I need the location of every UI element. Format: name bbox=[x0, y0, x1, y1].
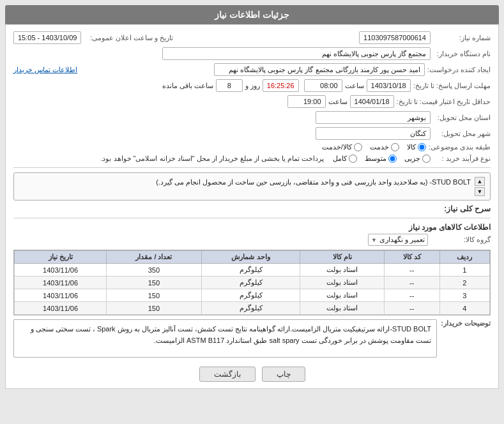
table-row: 1 -- استاد بولت کیلوگرم 350 1403/11/06 bbox=[15, 264, 490, 276]
saat-label: ساعت bbox=[345, 82, 364, 90]
cell-tarikh: 1403/11/06 bbox=[15, 264, 107, 276]
cell-vahed: کیلوگرم bbox=[201, 302, 300, 315]
table-row: 4 -- استاد بولت کیلوگرم 150 1403/11/06 bbox=[15, 302, 490, 315]
ostan-value: بوشهر bbox=[316, 111, 431, 124]
ostan-label: استان محل تحویل: bbox=[433, 114, 491, 122]
shahr-label: شهر محل تحویل: bbox=[433, 130, 491, 138]
kala-table-wrapper: ردیف کد کالا نام کالا واحد شمارش تعداد /… bbox=[13, 250, 491, 315]
cell-tedad: 150 bbox=[107, 289, 202, 302]
cell-tarikh: 1403/11/06 bbox=[15, 289, 107, 302]
kalaInfo-title: اطلاعات کالاهای مورد نیاز bbox=[13, 223, 491, 232]
button-row: چاپ بازگشت bbox=[13, 367, 491, 382]
cell-nam: استاد بولت bbox=[300, 264, 384, 276]
groupKala-row: گروه کالا: تعمیر و نگهداری ▼ bbox=[13, 234, 491, 246]
col-kod: کد کالا bbox=[384, 251, 439, 264]
description-text: STUD BOLT-ارائه سرتیفیکیت متریال الزامیس… bbox=[13, 319, 437, 358]
description-row: توضیحات خریدار: STUD BOLT-ارائه سرتیفیکی… bbox=[13, 319, 491, 361]
noeFarayand-motavaset[interactable]: متوسط bbox=[365, 155, 397, 163]
col-tedad: تعداد / مقدار bbox=[107, 251, 202, 264]
col-tarikh: تاریخ نیاز bbox=[15, 251, 107, 264]
col-radif: ردیف bbox=[439, 251, 489, 264]
cell-radif: 4 bbox=[439, 302, 489, 315]
roz-label: روز و bbox=[245, 82, 260, 90]
namDastgah-value: مجتمع گاز پارس جنوبی پالایشگاه نهم bbox=[162, 47, 431, 60]
hadaqalTarikh-time: 19:00 bbox=[287, 95, 326, 108]
hadaqalTarikh-label: حداقل تاریخ اعتبار قیمت: تا تاریخ: bbox=[397, 98, 491, 106]
mohlatIrsal-roz: 8 bbox=[216, 79, 243, 92]
tabaqehBandi-khedmat[interactable]: خدمت bbox=[370, 143, 399, 151]
mohlatIrsal-date: 1403/10/18 bbox=[367, 79, 411, 92]
cell-nam: استاد بولت bbox=[300, 302, 384, 315]
namDastgah-label: نام دستگاه خریدار: bbox=[433, 50, 491, 58]
noeFarayand-label: نوع فرآیند خرید : bbox=[433, 155, 491, 163]
cell-tedad: 350 bbox=[107, 264, 202, 276]
page-header: جزئیات اطلاعات نیاز bbox=[5, 5, 499, 24]
shahr-value: کنگان bbox=[316, 127, 431, 140]
cell-tarikh: 1403/11/06 bbox=[15, 276, 107, 289]
cell-radif: 1 bbox=[439, 264, 489, 276]
cell-nam: استاد بولت bbox=[300, 289, 384, 302]
tabaqehBandi-kala-khedmat[interactable]: کالا/خدمت bbox=[322, 143, 362, 151]
groupKala-label: گروه کالا: bbox=[433, 236, 491, 244]
table-row: 2 -- استاد بولت کیلوگرم 150 1403/11/06 bbox=[15, 276, 490, 289]
scroll-down-btn[interactable]: ▼ bbox=[475, 187, 485, 196]
groupKala-value: تعمیر و نگهداری bbox=[379, 236, 425, 244]
col-vahed: واحد شمارش bbox=[201, 251, 300, 264]
cell-tedad: 150 bbox=[107, 276, 202, 289]
cell-tedad: 150 bbox=[107, 302, 202, 315]
cell-kod: -- bbox=[384, 264, 439, 276]
cell-vahed: کیلوگرم bbox=[201, 276, 300, 289]
page-title: جزئیات اطلاعات نیاز bbox=[215, 10, 289, 20]
noeFarayand-kamel[interactable]: کامل bbox=[333, 155, 357, 163]
kala-table: ردیف کد کالا نام کالا واحد شمارش تعداد /… bbox=[14, 250, 490, 315]
sarj-koli-header: سرح کلی نیاز: bbox=[13, 204, 491, 213]
cell-kod: -- bbox=[384, 289, 439, 302]
noeFarayand-note: پرداخت تمام یا بخشی از مبلغ خریدار از مح… bbox=[100, 155, 324, 163]
tarikh-value: 1403/10/09 - 15:05 bbox=[13, 31, 81, 44]
ijadKonande-value: امید حسن پور کارمند بازرگانی مجتمع گاز پ… bbox=[214, 63, 425, 76]
tabaqehBandi-kala[interactable]: کالا bbox=[407, 143, 426, 151]
sarj-text: STUD BOLT- (به صلاحدید واحد بازرسی فنی و… bbox=[19, 177, 471, 188]
cell-vahed: کیلوگرم bbox=[201, 289, 300, 302]
hadaqalTarikh-date: 1404/01/18 bbox=[350, 95, 394, 108]
scroll-controls[interactable]: ▲ ▼ bbox=[475, 177, 485, 196]
hadaqal-saat-label: ساعت bbox=[328, 98, 347, 106]
tabaqehBandi-label: طبقه بندی موضوعی: bbox=[429, 143, 491, 151]
mohlatIrsal-label: مهلت ارسال پاسخ: تا تاریخ: bbox=[413, 82, 491, 90]
col-nam: نام کالا bbox=[300, 251, 384, 264]
cell-radif: 2 bbox=[439, 276, 489, 289]
cell-radif: 3 bbox=[439, 289, 489, 302]
mohlatIrsal-time: 08:00 bbox=[304, 79, 342, 92]
tamass-link[interactable]: اطلاعات تماس خریدار bbox=[13, 66, 77, 74]
sarj-koli-section: ▲ ▼ STUD BOLT- (به صلاحدید واحد بازرسی ف… bbox=[13, 172, 491, 201]
scroll-up-btn[interactable]: ▲ bbox=[475, 177, 485, 186]
ijadKonande-label: ایجاد کننده درخواست: bbox=[427, 66, 491, 74]
table-row: 3 -- استاد بولت کیلوگرم 150 1403/11/06 bbox=[15, 289, 490, 302]
groupKala-dropdown[interactable]: تعمیر و نگهداری ▼ bbox=[368, 234, 428, 246]
cell-kod: -- bbox=[384, 276, 439, 289]
baqi-mande-label: ساعت باقی مانده bbox=[162, 82, 213, 90]
cell-vahed: کیلوگرم bbox=[201, 264, 300, 276]
shomareNiaz-value: 1103097587000614 bbox=[359, 31, 431, 44]
mohlatIrsal-saatbaqi: 16:25:26 bbox=[263, 79, 299, 92]
cell-tarikh: 1403/11/06 bbox=[15, 302, 107, 315]
cell-kod: -- bbox=[384, 302, 439, 315]
tabaqehBandi-group: کالا خدمت کالا/خدمت bbox=[322, 143, 426, 151]
back-button[interactable]: بازگشت bbox=[199, 367, 256, 382]
print-button[interactable]: چاپ bbox=[262, 367, 305, 382]
tarikh-label: تاریخ و ساعت اعلان عمومی: bbox=[84, 34, 173, 42]
shomareNiaz-label: شماره نیاز: bbox=[433, 34, 491, 42]
dropdown-arrow-icon: ▼ bbox=[371, 237, 377, 243]
noeFarayand-jozi[interactable]: جزیی bbox=[404, 155, 431, 163]
noeFarayand-group: جزیی متوسط کامل bbox=[333, 155, 431, 163]
description-label: توضیحات خریدار: bbox=[439, 319, 491, 328]
cell-nam: استاد بولت bbox=[300, 276, 384, 289]
